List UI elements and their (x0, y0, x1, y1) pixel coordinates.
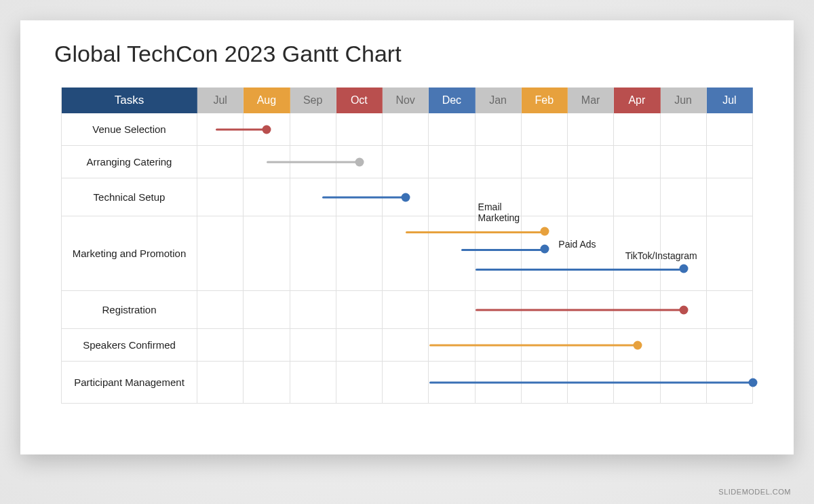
gantt-bar (461, 249, 545, 251)
header-tasks: Tasks (62, 88, 197, 113)
header-month-jul2: Jul (707, 88, 753, 113)
task-label-registration: Registration (62, 291, 197, 329)
task-label-participant-management: Participant Management (62, 362, 197, 404)
header-month-sep: Sep (290, 88, 336, 113)
header-month-oct: Oct (336, 88, 383, 113)
header-month-jan: Jan (476, 88, 522, 113)
task-label-venue-selection: Venue Selection (62, 113, 197, 146)
gantt-end-dot (679, 306, 688, 315)
gantt-bar (429, 382, 753, 384)
header-month-feb: Feb (522, 88, 568, 113)
gantt-bar (267, 161, 360, 163)
gantt-end-dot (355, 158, 364, 167)
annotation-paid-ads: Paid Ads (558, 239, 596, 250)
gantt-end-dot (633, 341, 642, 350)
watermark: SLIDEMODEL.COM (718, 488, 791, 496)
annotation-tiktok-instagram: TikTok/Instagram (625, 250, 697, 261)
gantt-end-dot (402, 193, 410, 202)
header-month-mar: Mar (568, 88, 614, 113)
gantt-end-dot (749, 379, 758, 387)
header-month-apr: Apr (614, 88, 660, 113)
task-label-marketing-promotion: Marketing and Promotion (62, 216, 197, 291)
gantt-end-dot (263, 125, 271, 134)
gantt-bar (429, 345, 638, 347)
task-label-technical-setup: Technical Setup (62, 178, 197, 216)
task-label-arranging-catering: Arranging Catering (62, 146, 197, 178)
gantt-chart: Tasks Jul Aug Sep Oct Nov Dec Jan Feb Ma… (61, 88, 753, 404)
gantt-end-dot (540, 245, 549, 254)
gantt-bar (216, 129, 267, 131)
header-month-aug: Aug (244, 88, 290, 113)
header-month-jun: Jun (661, 88, 707, 113)
header-month-nov: Nov (383, 88, 429, 113)
gantt-bar (406, 231, 545, 233)
gantt-end-dot (679, 265, 688, 273)
task-label-speakers-confirmed: Speakers Confirmed (62, 329, 197, 362)
gantt-bar (322, 197, 406, 199)
chart-title: Global TechCon 2023 Gantt Chart (54, 41, 753, 67)
gantt-bar (476, 309, 684, 311)
gantt-end-dot (540, 227, 549, 236)
gantt-bar (476, 269, 684, 271)
header-month-jul: Jul (197, 88, 244, 113)
slide: Global TechCon 2023 Gantt Chart Tasks Ju… (20, 20, 794, 454)
header-month-dec: Dec (429, 88, 475, 113)
